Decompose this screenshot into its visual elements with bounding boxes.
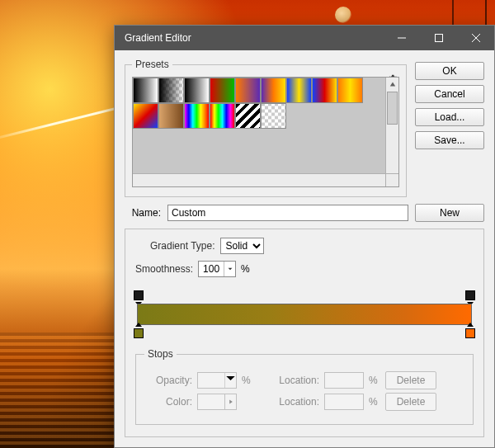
percent-sign: % [369, 396, 380, 408]
preset-swatch[interactable] [210, 78, 235, 103]
gradient-type-select[interactable]: Solid [220, 238, 264, 254]
ok-button[interactable]: OK [415, 62, 484, 80]
svg-rect-0 [435, 35, 442, 42]
save-button[interactable]: Save... [415, 131, 484, 149]
preset-swatch[interactable] [158, 103, 184, 129]
gradient-editor-dialog: Gradient Editor Presets [114, 25, 495, 448]
gradient-editor-bar[interactable] [137, 290, 472, 338]
preset-swatch-area [132, 77, 399, 187]
name-label: Name: [125, 207, 161, 219]
preset-swatch[interactable] [184, 103, 210, 129]
color-picker [197, 394, 237, 410]
preset-swatch[interactable] [286, 78, 312, 103]
name-input[interactable] [167, 205, 408, 221]
preset-vscroll[interactable] [385, 78, 398, 186]
preset-swatch[interactable] [184, 78, 210, 103]
preset-swatch[interactable] [235, 78, 261, 103]
preset-swatch[interactable] [261, 78, 286, 103]
preset-swatch[interactable] [337, 78, 363, 103]
scrollbar-thumb[interactable] [387, 92, 398, 125]
color-stop-right[interactable] [465, 327, 475, 338]
opacity-input [197, 372, 237, 389]
location-label: Location: [271, 375, 319, 386]
moon-decoration [335, 7, 351, 23]
delete-opacity-stop-button: Delete [385, 371, 436, 389]
opacity-stop-right[interactable] [465, 290, 475, 302]
color-label: Color: [144, 396, 192, 408]
color-stop-left[interactable] [134, 327, 144, 338]
preset-swatch[interactable] [312, 78, 337, 103]
location-label: Location: [271, 396, 319, 408]
gradient-preview[interactable] [137, 304, 472, 325]
minimize-button[interactable] [383, 26, 420, 50]
titlebar[interactable]: Gradient Editor [115, 26, 494, 50]
stops-group: Stops Opacity: % Location: % Delete Colo… [135, 348, 474, 425]
preset-swatch[interactable] [210, 103, 235, 129]
chevron-down-icon[interactable] [224, 262, 235, 276]
preset-swatch[interactable] [158, 78, 184, 103]
resize-corner[interactable] [385, 173, 398, 186]
smoothness-label: Smoothness: [135, 263, 193, 275]
presets-group: Presets [125, 59, 407, 197]
smoothness-input[interactable] [198, 261, 236, 277]
preset-hscroll[interactable] [133, 173, 385, 186]
cancel-button[interactable]: Cancel [415, 85, 484, 103]
play-icon [225, 394, 237, 410]
new-button[interactable]: New [415, 204, 484, 222]
percent-sign: % [369, 375, 380, 386]
preset-swatch[interactable] [133, 78, 158, 103]
preset-swatch[interactable] [133, 103, 158, 129]
gradient-panel: Gradient Type: Solid Smoothness: % [125, 229, 484, 437]
opacity-label: Opacity: [144, 375, 192, 386]
gradient-type-label: Gradient Type: [150, 240, 215, 252]
load-button[interactable]: Load... [415, 108, 484, 126]
opacity-location-input [324, 372, 364, 389]
opacity-stop-left[interactable] [134, 290, 144, 302]
preset-swatch[interactable] [261, 103, 286, 129]
preset-swatch[interactable] [235, 103, 261, 129]
percent-sign: % [241, 263, 250, 275]
presets-legend: Presets [132, 59, 172, 70]
percent-sign: % [242, 375, 253, 386]
color-swatch [197, 394, 225, 410]
delete-color-stop-button: Delete [385, 393, 436, 411]
color-location-input [324, 394, 364, 410]
smoothness-value[interactable] [199, 263, 224, 275]
maximize-button[interactable] [420, 26, 457, 50]
window-title: Gradient Editor [125, 32, 383, 44]
close-button[interactable] [457, 26, 494, 50]
chevron-down-icon [224, 373, 236, 388]
stops-legend: Stops [144, 348, 177, 360]
